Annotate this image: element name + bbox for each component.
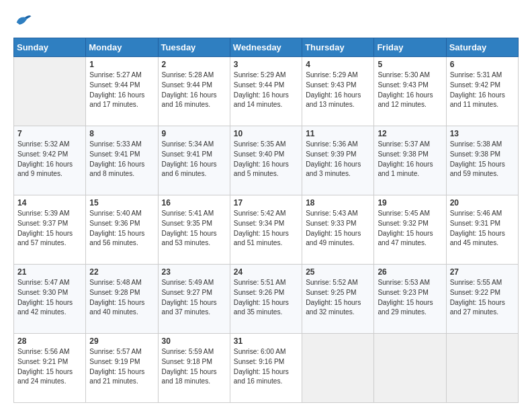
calendar-cell (374, 334, 446, 403)
sunset-text: Sunset: 9:42 PM (17, 150, 82, 160)
day-number: 2 (162, 60, 226, 69)
sunrise-text: Sunrise: 5:45 AM (378, 209, 442, 219)
calendar-cell: 17Sunrise: 5:42 AMSunset: 9:34 PMDayligh… (230, 195, 302, 265)
calendar-cell: 31Sunrise: 6:00 AMSunset: 9:16 PMDayligh… (230, 334, 302, 403)
daylight-text: Daylight: 15 hours and 57 minutes. (17, 229, 82, 249)
sunset-text: Sunset: 9:22 PM (450, 288, 515, 298)
calendar-cell: 21Sunrise: 5:47 AMSunset: 9:30 PMDayligh… (14, 265, 86, 334)
sunrise-text: Sunrise: 5:33 AM (89, 140, 154, 150)
day-number: 10 (234, 129, 298, 138)
day-number: 19 (378, 198, 442, 208)
sunset-text: Sunset: 9:21 PM (17, 357, 82, 367)
day-number: 15 (89, 198, 154, 208)
sunset-text: Sunset: 9:19 PM (89, 357, 154, 367)
day-number: 17 (234, 198, 298, 208)
calendar-cell (14, 57, 86, 126)
calendar-cell: 10Sunrise: 5:35 AMSunset: 9:40 PMDayligh… (230, 126, 302, 195)
day-number: 30 (162, 336, 226, 346)
calendar-body: 1Sunrise: 5:27 AMSunset: 9:44 PMDaylight… (14, 57, 519, 403)
sunrise-text: Sunrise: 5:34 AM (162, 140, 226, 150)
sunrise-text: Sunrise: 5:40 AM (89, 209, 154, 219)
sunrise-text: Sunrise: 5:31 AM (450, 71, 515, 81)
day-number: 22 (89, 267, 154, 277)
column-header-wednesday: Wednesday (230, 38, 302, 57)
sunset-text: Sunset: 9:44 PM (89, 81, 154, 91)
daylight-text: Daylight: 15 hours and 16 minutes. (234, 367, 298, 387)
day-number: 18 (306, 198, 370, 208)
calendar-cell (302, 334, 374, 403)
sunset-text: Sunset: 9:31 PM (450, 219, 515, 229)
sunset-text: Sunset: 9:43 PM (378, 81, 442, 91)
sunrise-text: Sunrise: 5:59 AM (162, 347, 226, 357)
sunrise-text: Sunrise: 5:30 AM (378, 71, 442, 81)
daylight-text: Daylight: 15 hours and 21 minutes. (89, 367, 154, 387)
sunrise-text: Sunrise: 5:28 AM (162, 71, 226, 81)
daylight-text: Daylight: 15 hours and 59 minutes. (450, 160, 515, 180)
calendar-cell: 8Sunrise: 5:33 AMSunset: 9:41 PMDaylight… (86, 126, 158, 195)
daylight-text: Daylight: 16 hours and 6 minutes. (162, 160, 226, 180)
sunset-text: Sunset: 9:39 PM (306, 150, 370, 160)
sunrise-text: Sunrise: 5:52 AM (306, 278, 370, 288)
sunrise-text: Sunrise: 5:47 AM (17, 278, 82, 288)
day-number: 26 (378, 267, 442, 277)
calendar-cell (446, 334, 518, 403)
calendar-cell: 9Sunrise: 5:34 AMSunset: 9:41 PMDaylight… (158, 126, 230, 195)
day-number: 27 (450, 267, 515, 277)
day-number: 20 (450, 198, 515, 208)
calendar-cell: 26Sunrise: 5:53 AMSunset: 9:23 PMDayligh… (374, 265, 446, 334)
calendar-cell: 20Sunrise: 5:46 AMSunset: 9:31 PMDayligh… (446, 195, 518, 265)
daylight-text: Daylight: 16 hours and 9 minutes. (17, 160, 82, 180)
daylight-text: Daylight: 16 hours and 1 minute. (378, 160, 442, 180)
daylight-text: Daylight: 16 hours and 12 minutes. (378, 91, 442, 111)
sunrise-text: Sunrise: 5:42 AM (234, 209, 298, 219)
day-number: 7 (17, 129, 82, 138)
daylight-text: Daylight: 15 hours and 42 minutes. (17, 298, 82, 318)
daylight-text: Daylight: 15 hours and 32 minutes. (306, 298, 370, 318)
calendar-week-4: 21Sunrise: 5:47 AMSunset: 9:30 PMDayligh… (14, 265, 519, 334)
sunrise-text: Sunrise: 5:46 AM (450, 209, 515, 219)
sunrise-text: Sunrise: 5:51 AM (234, 278, 298, 288)
calendar-page: SundayMondayTuesdayWednesdayThursdayFrid… (0, 0, 532, 411)
day-number: 5 (378, 60, 442, 69)
daylight-text: Daylight: 15 hours and 49 minutes. (306, 229, 370, 249)
sunrise-text: Sunrise: 5:43 AM (306, 209, 370, 219)
day-number: 4 (306, 60, 370, 69)
daylight-text: Daylight: 16 hours and 13 minutes. (306, 91, 370, 111)
sunrise-text: Sunrise: 5:32 AM (17, 140, 82, 150)
sunrise-text: Sunrise: 5:39 AM (17, 209, 82, 219)
daylight-text: Daylight: 15 hours and 35 minutes. (234, 298, 298, 318)
daylight-text: Daylight: 15 hours and 51 minutes. (234, 229, 298, 249)
sunset-text: Sunset: 9:43 PM (306, 81, 370, 91)
daylight-text: Daylight: 15 hours and 47 minutes. (378, 229, 442, 249)
sunset-text: Sunset: 9:44 PM (234, 81, 298, 91)
sunset-text: Sunset: 9:35 PM (162, 219, 226, 229)
calendar-cell: 1Sunrise: 5:27 AMSunset: 9:44 PMDaylight… (86, 57, 158, 126)
day-number: 29 (89, 336, 154, 346)
day-number: 12 (378, 129, 442, 138)
daylight-text: Daylight: 15 hours and 45 minutes. (450, 229, 515, 249)
calendar-cell: 6Sunrise: 5:31 AMSunset: 9:42 PMDaylight… (446, 57, 518, 126)
calendar-cell: 11Sunrise: 5:36 AMSunset: 9:39 PMDayligh… (302, 126, 374, 195)
calendar-cell: 5Sunrise: 5:30 AMSunset: 9:43 PMDaylight… (374, 57, 446, 126)
sunset-text: Sunset: 9:30 PM (17, 288, 82, 298)
calendar-cell: 28Sunrise: 5:56 AMSunset: 9:21 PMDayligh… (14, 334, 86, 403)
header (13, 12, 519, 31)
calendar-cell: 2Sunrise: 5:28 AMSunset: 9:44 PMDaylight… (158, 57, 230, 126)
column-header-thursday: Thursday (302, 38, 374, 57)
column-header-sunday: Sunday (14, 38, 86, 57)
sunset-text: Sunset: 9:32 PM (378, 219, 442, 229)
daylight-text: Daylight: 16 hours and 16 minutes. (162, 91, 226, 111)
sunset-text: Sunset: 9:38 PM (378, 150, 442, 160)
sunrise-text: Sunrise: 5:27 AM (89, 71, 154, 81)
calendar-cell: 12Sunrise: 5:37 AMSunset: 9:38 PMDayligh… (374, 126, 446, 195)
day-number: 28 (17, 336, 82, 346)
calendar-cell: 16Sunrise: 5:41 AMSunset: 9:35 PMDayligh… (158, 195, 230, 265)
sunrise-text: Sunrise: 5:37 AM (378, 140, 442, 150)
logo (13, 12, 35, 31)
daylight-text: Daylight: 15 hours and 29 minutes. (378, 298, 442, 318)
daylight-text: Daylight: 15 hours and 18 minutes. (162, 367, 226, 387)
sunrise-text: Sunrise: 5:48 AM (89, 278, 154, 288)
daylight-text: Daylight: 16 hours and 14 minutes. (234, 91, 298, 111)
sunset-text: Sunset: 9:27 PM (162, 288, 226, 298)
sunset-text: Sunset: 9:40 PM (234, 150, 298, 160)
